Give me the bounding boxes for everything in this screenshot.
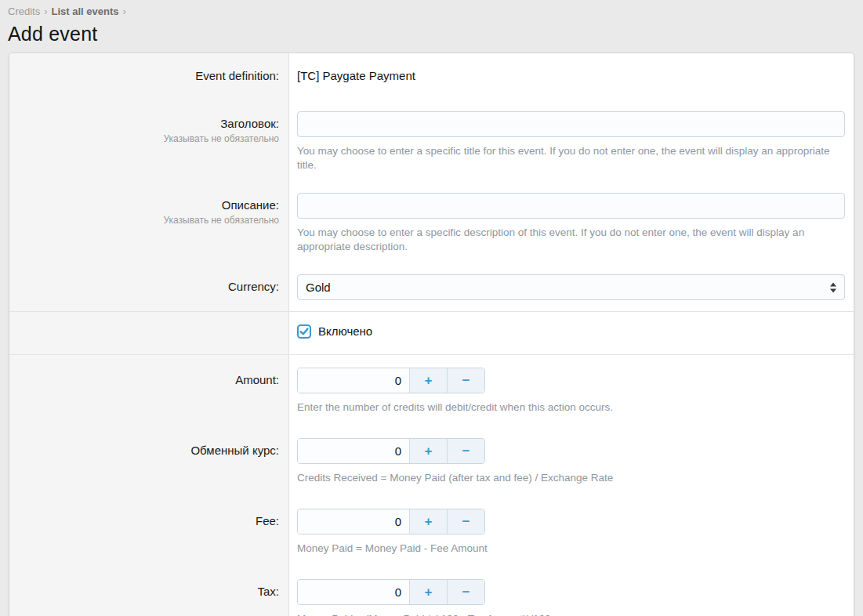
form-row-amount: Amount: + − Enter the number of credits … xyxy=(9,354,854,426)
amount-decrement-button[interactable]: − xyxy=(447,368,484,393)
plus-icon: + xyxy=(425,585,433,600)
exchange-rate-label: Обменный курс: xyxy=(17,444,279,458)
plus-icon: + xyxy=(425,373,433,388)
form-row-event-definition: Event definition: [TC] Paygate Payment xyxy=(9,53,854,102)
currency-select[interactable]: Gold xyxy=(297,274,845,300)
form-row-enabled: Включено xyxy=(9,311,854,354)
plus-icon: + xyxy=(425,444,433,458)
form-row-description: Описание: Указывать не обязательно You m… xyxy=(9,183,854,265)
fee-explain: Money Paid = Money Paid - Fee Amount xyxy=(297,542,845,556)
add-event-form: Event definition: [TC] Paygate Payment З… xyxy=(9,53,854,616)
amount-explain: Enter the number of credits will debit/c… xyxy=(297,400,845,415)
enabled-checkbox[interactable]: Включено xyxy=(297,324,372,339)
title-explain: You may choose to enter a specific title… xyxy=(297,144,845,172)
tax-input[interactable] xyxy=(298,580,409,604)
event-definition-label: Event definition: xyxy=(17,69,279,83)
amount-label: Amount: xyxy=(17,373,279,387)
fee-label: Fee: xyxy=(17,514,279,528)
form-row-fee: Fee: + − Money Paid = Money Paid - Fee A… xyxy=(9,496,854,567)
form-row-currency: Currency: Gold xyxy=(9,265,854,311)
minus-icon: − xyxy=(462,514,470,529)
checkbox-checked-icon xyxy=(297,324,311,339)
exchange-rate-input[interactable] xyxy=(298,439,409,463)
plus-icon: + xyxy=(425,514,433,529)
fee-input[interactable] xyxy=(298,509,409,534)
title-optional-hint: Указывать не обязательно xyxy=(17,133,279,145)
title-label: Заголовок: xyxy=(17,117,279,131)
page-title: Add event xyxy=(8,23,855,45)
breadcrumb-separator-icon: › xyxy=(123,5,126,17)
tax-increment-button[interactable]: + xyxy=(409,580,447,604)
form-row-exchange-rate: Обменный курс: + − Credits Received = Mo… xyxy=(9,426,854,496)
event-definition-value: [TC] Paygate Payment xyxy=(297,69,845,83)
amount-input[interactable] xyxy=(298,368,409,393)
fee-increment-button[interactable]: + xyxy=(409,509,447,534)
fee-decrement-button[interactable]: − xyxy=(447,509,484,534)
breadcrumb-separator-icon: › xyxy=(44,5,47,17)
description-optional-hint: Указывать не обязательно xyxy=(17,215,279,226)
enabled-label: Включено xyxy=(318,324,372,339)
minus-icon: − xyxy=(462,444,470,458)
breadcrumb: Credits›List all events› xyxy=(8,5,855,19)
amount-increment-button[interactable]: + xyxy=(409,368,447,393)
tax-label: Tax: xyxy=(17,585,279,599)
minus-icon: − xyxy=(462,585,470,600)
form-row-tax: Tax: + − Money Paid = (Money Paid * ( 10… xyxy=(9,567,854,616)
page-header: Credits›List all events› Add event xyxy=(0,0,863,45)
breadcrumb-credits[interactable]: Credits xyxy=(8,5,40,17)
breadcrumb-list-all-events[interactable]: List all events xyxy=(52,5,119,17)
tax-decrement-button[interactable]: − xyxy=(447,580,484,604)
description-explain: You may choose to enter a specific descr… xyxy=(297,226,845,254)
amount-spinner: + − xyxy=(297,368,485,393)
title-input[interactable] xyxy=(297,111,845,137)
form-row-title: Заголовок: Указывать не обязательно You … xyxy=(9,102,854,183)
exchange-rate-decrement-button[interactable]: − xyxy=(447,439,484,463)
tax-spinner: + − xyxy=(297,579,485,605)
exchange-rate-increment-button[interactable]: + xyxy=(409,439,447,463)
fee-spinner: + − xyxy=(297,509,485,534)
exchange-rate-spinner: + − xyxy=(297,438,485,464)
description-label: Описание: xyxy=(17,198,279,212)
description-input[interactable] xyxy=(297,193,845,219)
tax-explain: Money Paid = (Money Paid * ( 100 - Tax A… xyxy=(297,612,845,616)
minus-icon: − xyxy=(462,373,470,388)
exchange-rate-explain: Credits Received = Money Paid (after tax… xyxy=(297,471,845,485)
currency-label: Currency: xyxy=(17,280,279,294)
